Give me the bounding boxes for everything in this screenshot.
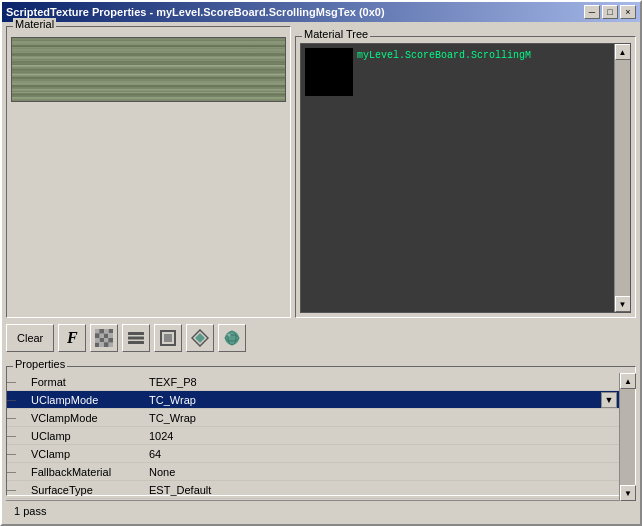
property-row-3[interactable]: —UClamp1024 — [7, 427, 619, 445]
maximize-button[interactable]: □ — [602, 5, 618, 19]
prop-dropdown-1[interactable]: ▼ — [601, 392, 617, 408]
main-window: ScriptedTexture Properties - myLevel.Sco… — [0, 0, 642, 526]
prop-name-3: UClamp — [15, 430, 145, 442]
tree-item-label: myLevel.ScoreBoard.ScrollingM — [357, 50, 531, 61]
toolbar-row: Clear F — [6, 322, 636, 354]
f-button[interactable]: F — [58, 324, 86, 352]
prop-dash-2: — — [7, 413, 15, 423]
tree-area: myLevel.ScoreBoard.ScrollingM ▲ ▼ — [300, 43, 631, 313]
status-text: 1 pass — [14, 505, 46, 517]
close-button[interactable]: × — [620, 5, 636, 19]
svg-rect-18 — [109, 338, 114, 343]
svg-rect-13 — [95, 338, 100, 343]
properties-inner: —FormatTEXF_P8—UClampModeTC_Wrap▼—VClamp… — [7, 373, 635, 501]
property-row-1[interactable]: —UClampModeTC_Wrap▼ — [7, 391, 619, 409]
prop-name-2: VClampMode — [15, 412, 145, 424]
scroll-up-arrow[interactable]: ▲ — [615, 44, 631, 60]
top-panels: Material Material Tree myLevel.ScoreBoar… — [6, 26, 636, 318]
status-bar: 1 pass — [6, 500, 636, 520]
svg-rect-12 — [109, 334, 114, 339]
svg-rect-21 — [128, 332, 144, 335]
property-row-6[interactable]: —SurfaceTypeEST_Default — [7, 481, 619, 499]
material-tree-panel-label: Material Tree — [302, 28, 370, 40]
material-preview — [11, 37, 286, 102]
rect-icon — [159, 329, 177, 347]
layers-button[interactable] — [122, 324, 150, 352]
prop-name-0: Format — [15, 376, 145, 388]
props-scroll-up[interactable]: ▲ — [620, 373, 636, 389]
material-panel-label: Material — [13, 18, 56, 30]
svg-rect-11 — [104, 334, 109, 339]
title-bar: ScriptedTexture Properties - myLevel.Sco… — [2, 2, 640, 22]
prop-value-1: TC_Wrap — [145, 394, 601, 406]
props-scrollbar[interactable]: ▲ ▼ — [619, 373, 635, 501]
property-row-2[interactable]: —VClampModeTC_Wrap — [7, 409, 619, 427]
svg-rect-5 — [95, 329, 100, 334]
svg-point-28 — [225, 331, 239, 345]
properties-section: Properties —FormatTEXF_P8—UClampModeTC_W… — [6, 366, 636, 496]
checkerboard-button[interactable] — [90, 324, 118, 352]
material-tree-panel: Material Tree myLevel.ScoreBoard.Scrolli… — [295, 36, 636, 318]
prop-dash-3: — — [7, 431, 15, 441]
prop-value-5: None — [145, 466, 619, 478]
svg-rect-19 — [104, 343, 109, 348]
prop-dash-4: — — [7, 449, 15, 459]
svg-rect-14 — [100, 338, 105, 343]
svg-rect-7 — [95, 334, 100, 339]
props-list: —FormatTEXF_P8—UClampModeTC_Wrap▼—VClamp… — [7, 373, 619, 501]
svg-rect-20 — [109, 343, 114, 348]
svg-rect-9 — [104, 329, 109, 334]
rect-button[interactable] — [154, 324, 182, 352]
sphere-icon — [223, 329, 241, 347]
prop-name-4: VClamp — [15, 448, 145, 460]
svg-rect-23 — [128, 341, 144, 344]
prop-name-6: SurfaceType — [15, 484, 145, 496]
svg-rect-8 — [100, 334, 105, 339]
prop-name-5: FallbackMaterial — [15, 466, 145, 478]
minimize-button[interactable]: ─ — [584, 5, 600, 19]
property-row-4[interactable]: —VClamp64 — [7, 445, 619, 463]
prop-value-0: TEXF_P8 — [145, 376, 619, 388]
diamond-icon — [191, 329, 209, 347]
title-bar-buttons: ─ □ × — [584, 5, 636, 19]
svg-rect-25 — [164, 334, 172, 342]
scroll-track[interactable] — [615, 60, 630, 296]
property-row-5[interactable]: —FallbackMaterialNone — [7, 463, 619, 481]
svg-rect-6 — [100, 329, 105, 334]
prop-value-3: 1024 — [145, 430, 619, 442]
tree-scrollbar[interactable]: ▲ ▼ — [614, 44, 630, 312]
svg-rect-17 — [104, 338, 109, 343]
props-scroll-down[interactable]: ▼ — [620, 485, 636, 501]
properties-label: Properties — [13, 358, 67, 370]
property-row-0[interactable]: —FormatTEXF_P8 — [7, 373, 619, 391]
layers-icon — [127, 329, 145, 347]
material-panel: Material — [6, 26, 291, 318]
checkerboard-icon — [95, 329, 113, 347]
prop-value-4: 64 — [145, 448, 619, 460]
prop-dash-0: — — [7, 377, 15, 387]
props-scroll-track[interactable] — [620, 389, 635, 485]
svg-rect-16 — [100, 343, 105, 348]
svg-point-31 — [228, 334, 231, 337]
scroll-down-arrow[interactable]: ▼ — [615, 296, 631, 312]
window-title: ScriptedTexture Properties - myLevel.Sco… — [6, 6, 385, 18]
sphere-button[interactable] — [218, 324, 246, 352]
svg-rect-10 — [109, 329, 114, 334]
prop-dash-1: — — [7, 395, 15, 405]
tree-thumbnail — [305, 48, 353, 96]
prop-dash-6: — — [7, 485, 15, 495]
svg-rect-22 — [128, 337, 144, 340]
prop-value-2: TC_Wrap — [145, 412, 619, 424]
diamond-button[interactable] — [186, 324, 214, 352]
svg-rect-15 — [95, 343, 100, 348]
prop-value-6: EST_Default — [145, 484, 619, 496]
f-icon: F — [67, 329, 78, 347]
window-content: Material Material Tree myLevel.ScoreBoar… — [2, 22, 640, 524]
prop-name-1: UClampMode — [15, 394, 145, 406]
prop-dash-5: — — [7, 467, 15, 477]
clear-button[interactable]: Clear — [6, 324, 54, 352]
tree-item: myLevel.ScoreBoard.ScrollingM — [301, 44, 630, 98]
